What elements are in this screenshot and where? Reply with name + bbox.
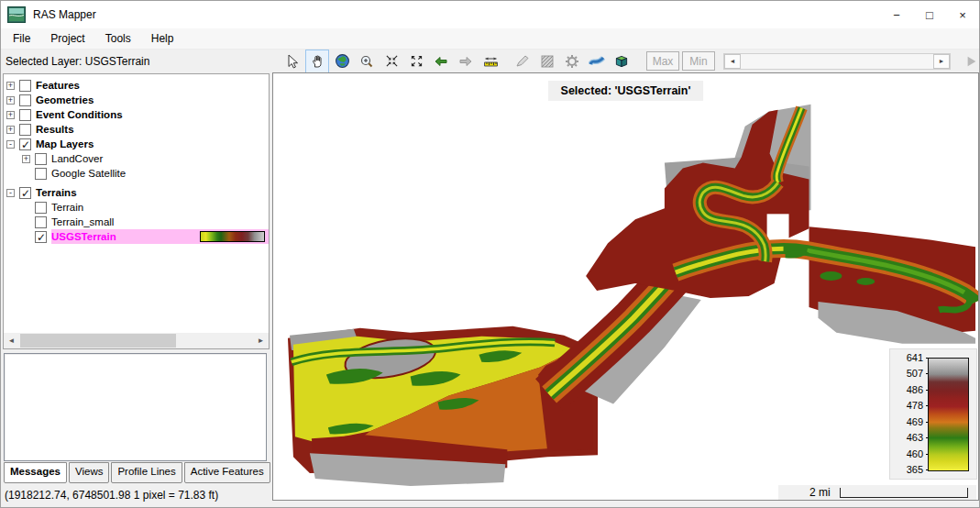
scrollbar-thumb[interactable]	[20, 334, 176, 348]
measure-ruler-icon[interactable]	[479, 50, 501, 72]
scroll-right-icon[interactable]: ►	[933, 54, 950, 69]
animation-scrollbar[interactable]: ◄ ►	[723, 53, 951, 70]
expand-icon[interactable]: +	[6, 82, 15, 90]
checkbox[interactable]	[19, 80, 31, 92]
checkbox[interactable]	[35, 216, 47, 228]
tree-item-google-satellite[interactable]: Google Satellite	[4, 166, 269, 181]
elevation-color-ramp	[928, 358, 969, 471]
terrain-color-ramp-swatch	[200, 231, 265, 242]
layer-toolbar-row: Selected Layer: USGSTerrain	[1, 50, 979, 72]
profile-lines-icon[interactable]	[586, 50, 608, 72]
menubar: File Project Tools Help	[1, 28, 979, 50]
selected-layer-overlay: Selected: 'USGSTerrain'	[548, 81, 704, 101]
selected-layer-label: Selected Layer: USGSTerrain	[6, 55, 149, 68]
scroll-left-icon[interactable]: ◄	[4, 333, 19, 348]
menu-project[interactable]: Project	[40, 32, 94, 45]
zoom-extents-globe-icon[interactable]	[331, 50, 353, 72]
tab-messages[interactable]: Messages	[4, 462, 67, 483]
close-button[interactable]: ×	[946, 1, 979, 28]
checkbox[interactable]	[35, 202, 47, 214]
checkbox[interactable]	[35, 231, 47, 243]
legend-tick-label: 463	[892, 432, 923, 444]
animation-play-icon[interactable]	[961, 50, 980, 72]
collapse-icon[interactable]: -	[6, 189, 15, 197]
window-controls: − □ ×	[880, 1, 979, 28]
messages-panel	[4, 353, 267, 461]
menu-tools[interactable]: Tools	[95, 32, 141, 45]
tree-item-landcover[interactable]: + LandCover	[4, 151, 269, 166]
tree-item-usgsterrain[interactable]: USGSTerrain	[4, 229, 269, 244]
tree-horizontal-scrollbar[interactable]: ◄ ►	[4, 333, 269, 348]
window-title: RAS Mapper	[33, 8, 96, 21]
previous-view-icon[interactable]	[430, 50, 452, 72]
checkbox[interactable]	[35, 168, 47, 180]
tree-item-event-conditions[interactable]: + Event Conditions	[4, 107, 269, 122]
zoom-in-icon[interactable]	[356, 50, 378, 72]
checkbox[interactable]	[35, 153, 47, 165]
scalebar-label: 2 mi	[809, 486, 831, 499]
legend-tick-label: 507	[892, 368, 923, 380]
menu-help[interactable]: Help	[141, 32, 184, 45]
min-button[interactable]: Min	[682, 51, 715, 71]
elevation-legend: 641 507 486 478 469 463 460 365	[889, 348, 977, 480]
animation-scrollbar-track[interactable]	[741, 54, 933, 69]
compute-gear-icon	[561, 50, 583, 72]
checkbox[interactable]	[19, 94, 31, 106]
terrain-diagonal-band	[549, 272, 701, 403]
layer-tree-panel: + Features + Geometries + Event Conditio…	[3, 73, 270, 349]
expand-icon[interactable]: +	[6, 111, 15, 119]
tree-item-terrain-small[interactable]: Terrain_small	[4, 215, 269, 229]
tab-profile-lines[interactable]: Profile Lines	[111, 462, 182, 483]
max-button[interactable]: Max	[646, 51, 679, 71]
app-icon	[7, 6, 26, 23]
legend-tick-label: 460	[892, 448, 923, 460]
statusbar-coordinates: (1918212.74, 6748501.98 1 pixel = 71.83 …	[5, 489, 218, 502]
menu-file[interactable]: File	[3, 32, 40, 45]
tree-item-terrains[interactable]: - Terrains	[4, 185, 269, 200]
select-cursor-icon[interactable]	[281, 50, 303, 72]
tab-active-features[interactable]: Active Features	[184, 462, 270, 483]
checkbox[interactable]	[19, 109, 31, 121]
checkbox[interactable]	[19, 138, 31, 150]
scrollbar-track[interactable]	[19, 333, 253, 348]
legend-tick-label: 478	[892, 400, 923, 412]
tree-item-results[interactable]: + Results	[4, 122, 269, 137]
map-toolbar: Max Min ◄ ►	[272, 50, 977, 72]
next-view-icon[interactable]	[455, 50, 477, 72]
checkbox[interactable]	[19, 124, 31, 136]
scroll-right-icon[interactable]: ►	[253, 333, 269, 348]
tab-views[interactable]: Views	[69, 462, 109, 483]
bottom-tabs: Messages Views Profile Lines Active Feat…	[4, 462, 300, 483]
expand-icon[interactable]: +	[6, 126, 15, 134]
scroll-left-icon[interactable]: ◄	[724, 54, 741, 69]
tree-item-terrain[interactable]: Terrain	[4, 200, 269, 215]
full-extents-icon[interactable]	[405, 50, 427, 72]
legend-tick-label: 641	[892, 352, 923, 364]
scalebar-bracket	[840, 488, 968, 498]
maximize-button[interactable]: □	[913, 1, 946, 28]
map-scalebar: 2 mi	[778, 485, 976, 500]
legend-tick-label: 486	[892, 384, 923, 396]
terrain-raster	[273, 73, 978, 500]
map-canvas[interactable]: Selected: 'USGSTerrain' 641 507 486 478 …	[272, 72, 979, 501]
tree-item-map-layers[interactable]: - Map Layers	[4, 137, 269, 151]
collapse-icon[interactable]: -	[6, 140, 15, 149]
tree-item-features[interactable]: + Features	[4, 78, 269, 93]
tree-item-geometries[interactable]: + Geometries	[4, 93, 269, 107]
pan-hand-icon[interactable]	[306, 50, 328, 72]
checkbox[interactable]	[19, 187, 31, 199]
layer-tree: + Features + Geometries + Event Conditio…	[4, 74, 269, 333]
zoom-window-icon[interactable]	[380, 50, 402, 72]
minimize-button[interactable]: −	[880, 1, 913, 28]
grid-hatch-icon	[536, 50, 558, 72]
3d-viewer-cube-icon[interactable]	[611, 50, 633, 72]
legend-tick-label: 365	[892, 464, 923, 476]
ras-mapper-window: RAS Mapper − □ × File Project Tools Help…	[0, 0, 980, 508]
terrain-lower-left	[288, 326, 598, 486]
edit-pencil-icon	[512, 50, 534, 72]
legend-tick-label: 469	[892, 416, 923, 428]
titlebar: RAS Mapper − □ ×	[1, 1, 979, 28]
expand-icon[interactable]: +	[6, 96, 15, 105]
expand-icon[interactable]: +	[22, 155, 30, 163]
